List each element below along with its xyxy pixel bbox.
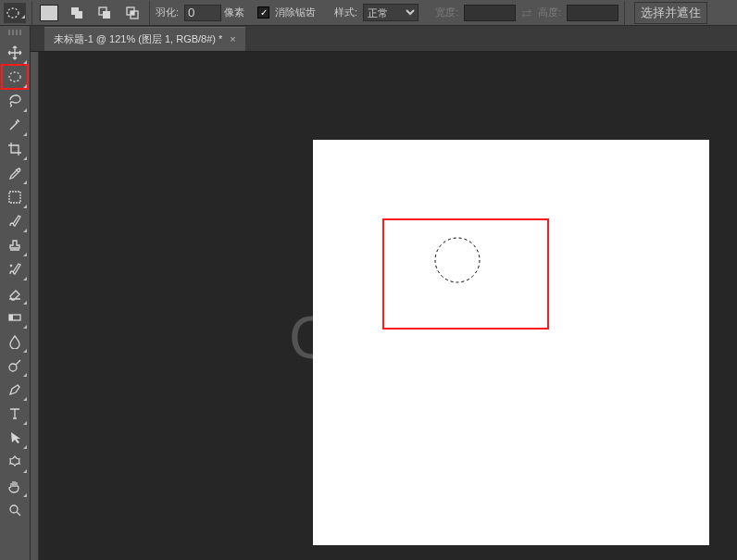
separator [149, 1, 150, 25]
options-bar: 羽化: 像素 ✓ 消除锯齿 样式: 正常 宽度: ⇄ 高度: 选择并遮住 [0, 0, 737, 26]
feather-label: 羽化: [156, 6, 179, 19]
boolean-subtract-icon[interactable] [94, 3, 116, 23]
feather-unit: 像素 [224, 6, 244, 19]
svg-point-0 [7, 8, 19, 18]
magic-wand-tool[interactable] [2, 113, 28, 137]
separator [31, 1, 32, 25]
svg-rect-4 [103, 11, 110, 19]
shape-tool[interactable] [2, 450, 28, 474]
swap-dimensions-icon: ⇄ [521, 6, 532, 20]
style-select[interactable]: 正常 [363, 4, 418, 21]
boolean-add-icon[interactable] [66, 3, 88, 23]
document-canvas[interactable] [313, 140, 709, 545]
elliptical-marquee-tool[interactable] [2, 65, 28, 89]
svg-point-12 [9, 364, 17, 371]
elliptical-selection-marquee [434, 237, 481, 283]
pen-tool[interactable] [2, 378, 28, 402]
svg-point-8 [9, 72, 20, 81]
workspace: G [39, 52, 737, 560]
gradient-tool[interactable] [2, 305, 28, 330]
svg-rect-9 [9, 192, 20, 203]
feather-input[interactable] [184, 5, 221, 21]
svg-point-14 [435, 238, 480, 282]
foreground-swatch[interactable] [38, 3, 60, 23]
frame-tool[interactable] [2, 185, 28, 209]
type-tool[interactable] [2, 402, 28, 426]
eraser-tool[interactable] [2, 281, 28, 305]
svg-rect-2 [75, 11, 82, 19]
width-input [464, 5, 516, 21]
svg-rect-7 [131, 11, 134, 15]
document-tab-title: 未标题-1 @ 121% (图层 1, RGB/8#) * [54, 32, 222, 46]
crop-tool[interactable] [2, 137, 28, 161]
boolean-intersect-icon[interactable] [121, 3, 144, 23]
vertical-ruler [31, 52, 39, 560]
eyedropper-tool[interactable] [2, 161, 28, 185]
tools-panel [0, 26, 31, 560]
document-tab[interactable]: 未标题-1 @ 121% (图层 1, RGB/8#) * × [44, 27, 245, 51]
history-brush-tool[interactable] [2, 257, 28, 281]
stamp-tool[interactable] [2, 233, 28, 257]
blur-tool[interactable] [2, 330, 28, 354]
path-selection-tool[interactable] [2, 426, 28, 450]
brush-tool[interactable] [2, 209, 28, 233]
dodge-tool[interactable] [2, 354, 28, 378]
style-label: 样式: [334, 6, 357, 19]
select-and-mask-button[interactable]: 选择并遮住 [634, 2, 707, 24]
hand-tool[interactable] [2, 474, 28, 498]
height-label: 高度: [538, 6, 561, 19]
lasso-tool[interactable] [2, 89, 28, 113]
move-tool[interactable] [2, 41, 28, 65]
document-tab-bar: 未标题-1 @ 121% (图层 1, RGB/8#) * × [0, 26, 737, 52]
separator [624, 1, 625, 25]
svg-rect-11 [9, 315, 13, 320]
antialias-checkbox[interactable]: ✓ [257, 6, 269, 19]
zoom-tool[interactable] [2, 498, 28, 522]
panel-grip-icon[interactable] [2, 30, 28, 37]
svg-point-13 [10, 505, 18, 513]
height-input [567, 5, 618, 21]
width-label: 宽度: [435, 6, 458, 19]
close-icon[interactable]: × [230, 33, 235, 44]
antialias-label: 消除锯齿 [275, 6, 316, 19]
active-tool-preview-icon[interactable] [4, 3, 26, 23]
